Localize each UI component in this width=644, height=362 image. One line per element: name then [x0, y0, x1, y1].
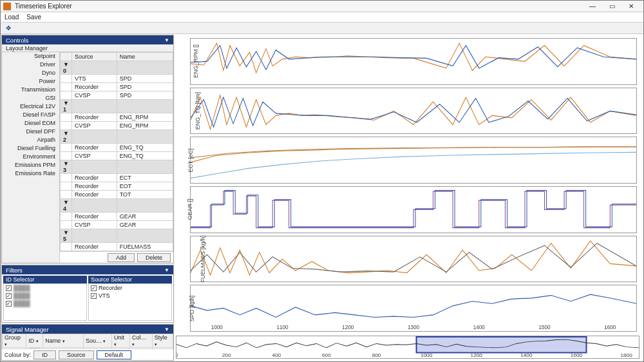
chart-ylabel: ENG_TQ [Nm]	[194, 92, 201, 130]
tool-strip: ✥	[1, 23, 643, 34]
layout-item-diesel-dpf[interactable]: Diesel DPF	[2, 128, 59, 136]
layout-row[interactable]: VTSSPD	[61, 75, 173, 83]
layout-group-row[interactable]: ▼ 4	[61, 199, 173, 213]
layout-grid[interactable]: Source Name ▼ 0VTSSPDRecorderSPDCVSPSPD▼…	[60, 52, 173, 251]
colour-by-source-button[interactable]: Source	[59, 350, 94, 359]
menu-save[interactable]: Save	[26, 14, 41, 21]
layout-item-emissions-ppm[interactable]: Emissions PPM	[2, 161, 59, 169]
layout-item-airpath[interactable]: Airpath	[2, 136, 59, 144]
sig-col[interactable]: ID ▾	[26, 334, 43, 348]
panel-filters-header[interactable]: Filters ▼	[2, 265, 173, 274]
layout-item-dyno[interactable]: Dyno	[2, 69, 59, 77]
chart-ylabel: ENG_RPM []	[193, 44, 199, 78]
id-selector-list[interactable]: ✓████ ✓████ ✓████	[3, 283, 87, 321]
svg-text:1000: 1000	[421, 352, 433, 358]
layout-row[interactable]: RecorderSPD	[61, 83, 173, 91]
collapse-icon[interactable]: ▼	[164, 37, 169, 43]
sig-col[interactable]: Name ▾	[43, 334, 84, 348]
sig-col[interactable]: Col… ▾	[130, 334, 153, 348]
svg-rect-7	[417, 337, 587, 353]
delete-button[interactable]: Delete	[137, 253, 171, 262]
svg-text:600: 600	[322, 352, 331, 358]
layout-item-diesel-eom[interactable]: Diesel EOM	[2, 119, 59, 128]
layout-group-row[interactable]: ▼ 5	[61, 229, 173, 243]
sig-col[interactable]: Sou… ▾	[83, 334, 111, 348]
layout-item-power[interactable]: Power	[2, 77, 59, 86]
svg-text:1300: 1300	[408, 324, 419, 331]
sig-col[interactable]: Style ▾	[152, 334, 173, 348]
layout-row[interactable]: CVSPGEAR	[61, 221, 173, 229]
panel-controls-header[interactable]: Controls ▼	[2, 35, 173, 44]
chart-eng_rpm[interactable]: ENG_RPM []	[190, 38, 637, 85]
svg-text:1200: 1200	[471, 352, 483, 358]
layout-item-emissions-rate[interactable]: Emissions Rate	[2, 169, 59, 178]
pointer-tool-icon[interactable]: ✥	[3, 24, 14, 33]
col-source[interactable]: Source	[72, 53, 117, 61]
layout-row[interactable]: RecorderEOT	[61, 182, 173, 191]
maximize-button[interactable]: ▭	[602, 1, 621, 12]
signal-grid[interactable]: Group ▾ID ▾Name ▾Sou… ▾Unit ▾Col… ▾Style…	[2, 334, 173, 348]
panel-signal-manager: Signal Manager ▼ Group ▾ID ▾Name ▾Sou… ▾…	[1, 324, 174, 361]
svg-text:800: 800	[372, 352, 381, 358]
svg-text:400: 400	[272, 352, 281, 358]
sig-col[interactable]: Unit ▾	[111, 334, 129, 348]
svg-text:1200: 1200	[342, 324, 354, 331]
side-panel-stack: Controls ▼ Layout Manager SetpointDriver…	[1, 34, 175, 361]
colour-by-id-button[interactable]: ID	[33, 350, 56, 359]
chart-gear[interactable]: GEAR []	[190, 186, 637, 233]
layout-row[interactable]: CVSPSPD	[61, 91, 173, 100]
layout-item-electrical-12v[interactable]: Electrical 12V	[2, 102, 59, 111]
colour-by-default-button[interactable]: Default	[97, 350, 132, 359]
panel-sig-header[interactable]: Signal Manager ▼	[2, 325, 173, 334]
close-button[interactable]: ✕	[621, 1, 641, 12]
panel-filters: Filters ▼ ID Selector ✓████ ✓████ ✓████ …	[1, 265, 174, 323]
minimize-button[interactable]: —	[583, 1, 602, 12]
title-bar[interactable]: Timeseries Explorer — ▭ ✕	[1, 1, 643, 12]
layout-row[interactable]: CVSPENG_RPM	[61, 122, 173, 130]
source-check-vts[interactable]: ✓VTS	[89, 292, 171, 300]
svg-text:1000: 1000	[211, 324, 223, 331]
layout-item-environment[interactable]: Environment	[2, 153, 59, 161]
collapse-icon[interactable]: ▼	[164, 327, 169, 332]
collapse-icon[interactable]: ▼	[164, 267, 169, 273]
svg-text:1400: 1400	[473, 324, 485, 331]
layout-row[interactable]: RecorderECT	[61, 174, 173, 182]
layout-row[interactable]: RecorderGEAR	[61, 213, 173, 221]
layout-item-transmission[interactable]: Transmission	[2, 86, 59, 94]
layout-item-setpoint[interactable]: Setpoint	[2, 52, 59, 61]
layout-group-row[interactable]: ▼ 3	[61, 160, 173, 174]
layout-row[interactable]: RecorderENG_TQ	[61, 144, 173, 152]
svg-text:1400: 1400	[520, 352, 533, 358]
source-selector: Source Selector ✓Recorder✓VTS	[88, 276, 172, 321]
chart-ylabel: ECT [oC]	[187, 148, 194, 172]
layout-row[interactable]: RecorderTOT	[61, 191, 173, 199]
chart-fuelmass[interactable]: FUELMASS [kg/h]	[190, 236, 637, 283]
chart-ylabel: FUELMASS [kg/h]	[200, 236, 206, 283]
chart-ylabel: SPD [kph]	[189, 295, 195, 321]
layout-item-gsi[interactable]: GSI	[2, 94, 59, 102]
source-check-recorder[interactable]: ✓Recorder	[89, 284, 171, 292]
layout-item-diesel-fuelling[interactable]: Diesel Fuelling	[2, 144, 59, 153]
overview-chart[interactable]: 020040060080010001200140016001800	[176, 336, 639, 359]
sig-col[interactable]: Group ▾	[3, 334, 26, 348]
menu-bar: Load Save	[1, 12, 643, 23]
layout-manager-title: Layout Manager	[6, 45, 48, 52]
id-selector: ID Selector ✓████ ✓████ ✓████	[3, 276, 87, 321]
layout-category-list[interactable]: SetpointDriverDynoPowerTransmissionGSIEl…	[2, 52, 60, 263]
col-name[interactable]: Name	[117, 53, 173, 61]
chart-eng_tq[interactable]: ENG_TQ [Nm]	[190, 88, 637, 135]
layout-row[interactable]: RecorderFUELMASS	[61, 243, 173, 251]
chart-ect[interactable]: ECT [oC]	[190, 137, 637, 184]
layout-row[interactable]: RecorderENG_RPM	[61, 113, 173, 122]
layout-item-driver[interactable]: Driver	[2, 61, 59, 69]
layout-group-row[interactable]: ▼ 1	[61, 100, 173, 113]
chart-spd[interactable]: SPD [kph]1000110012001300140015001600	[190, 285, 637, 332]
layout-group-row[interactable]: ▼ 2	[61, 130, 173, 144]
layout-group-row[interactable]: ▼ 0	[61, 61, 173, 75]
add-button[interactable]: Add	[108, 253, 135, 262]
source-selector-list[interactable]: ✓Recorder✓VTS	[88, 283, 172, 321]
layout-row[interactable]: CVSPENG_TQ	[61, 152, 173, 160]
menu-load[interactable]: Load	[5, 14, 19, 21]
panel-controls: Controls ▼ Layout Manager SetpointDriver…	[1, 35, 174, 263]
layout-item-diesel-fasp[interactable]: Diesel FASP	[2, 111, 59, 119]
